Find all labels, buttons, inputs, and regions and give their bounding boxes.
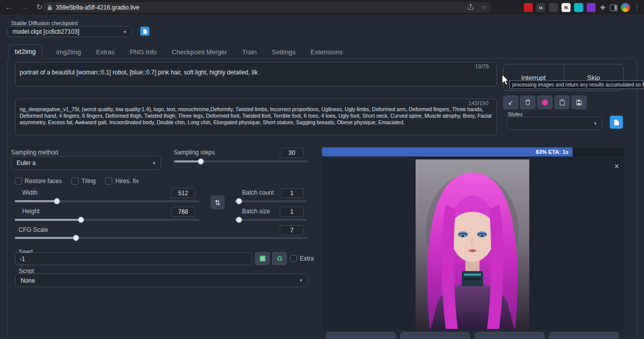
output-toolbar-button[interactable] — [549, 332, 619, 339]
save-icon — [576, 100, 582, 106]
batch-size-slider[interactable] — [235, 219, 307, 221]
browser-menu-icon[interactable]: ⋮ — [633, 2, 640, 13]
extra-seed-checkbox[interactable] — [290, 255, 297, 262]
styles-refresh-button[interactable] — [610, 116, 623, 129]
cfg-scale-value[interactable]: 7 — [280, 225, 304, 235]
tab-img2img[interactable]: img2img — [55, 45, 82, 59]
puzzle-extensions-icon[interactable] — [599, 4, 606, 11]
cfg-scale-label: CFG Scale — [19, 226, 48, 233]
extension-icon[interactable]: N — [561, 3, 571, 12]
paste-params-button[interactable]: ↙ — [503, 96, 518, 109]
hires-fix-checkbox[interactable] — [105, 178, 112, 185]
extension-icon[interactable] — [574, 3, 583, 12]
sampling-method-value: Euler a — [17, 159, 36, 166]
checkpoint-refresh-button[interactable] — [140, 27, 149, 36]
tab-extensions[interactable]: Extensions — [309, 45, 344, 59]
progress-bar: 83% ETA: 1s — [322, 147, 624, 156]
restore-faces-label: Restore faces — [25, 178, 62, 185]
clipboard-icon — [559, 99, 565, 106]
negative-token-counter: 143/150 — [468, 100, 489, 106]
tiling-label: Tiling — [82, 178, 96, 185]
trash-icon — [525, 99, 531, 106]
height-value[interactable]: 768 — [171, 207, 195, 217]
app-root: ← → ↻ 359e5b9a-a5ff-4216.gradio.live ☆ I… — [0, 0, 644, 339]
output-toolbar-button[interactable] — [400, 332, 470, 339]
tab-extras[interactable]: Extras — [95, 45, 116, 59]
browser-toolbar: ← → ↻ 359e5b9a-a5ff-4216.gradio.live ☆ I… — [0, 0, 644, 15]
mouse-cursor — [502, 74, 511, 88]
random-seed-button[interactable] — [255, 252, 270, 265]
tab-train[interactable]: Train — [241, 45, 258, 59]
recycle-icon: ♻ — [276, 255, 283, 263]
tab-checkpoint-merger[interactable]: Checkpoint Merger — [171, 45, 228, 59]
side-panel-icon[interactable] — [610, 5, 617, 11]
page-icon — [143, 29, 147, 34]
height-label: Height — [22, 208, 40, 215]
save-style-button[interactable] — [572, 96, 587, 109]
clear-prompt-button[interactable] — [520, 96, 535, 109]
extension-icon[interactable] — [587, 3, 596, 12]
output-toolbar-button[interactable] — [326, 332, 395, 339]
slider-handle[interactable] — [78, 217, 84, 223]
palette-icon — [542, 100, 548, 106]
sampling-steps-label: Sampling steps — [174, 149, 215, 156]
styles-dropdown[interactable]: ▾ — [507, 117, 602, 130]
width-value[interactable]: 512 — [171, 188, 195, 198]
arrow-down-left-icon: ↙ — [508, 99, 514, 106]
sampling-method-label: Sampling method — [11, 149, 58, 156]
batch-size-label: Batch size — [242, 208, 270, 215]
seed-input[interactable]: -1 — [15, 252, 252, 265]
checkpoint-value: model.ckpt [cc6cb27103] — [13, 28, 79, 35]
dice-icon — [259, 255, 266, 262]
slider-handle[interactable] — [236, 198, 242, 204]
reuse-seed-button[interactable]: ♻ — [272, 252, 287, 265]
batch-count-slider[interactable] — [235, 200, 307, 202]
generated-image[interactable] — [416, 159, 529, 329]
apply-style-button[interactable] — [554, 96, 570, 109]
extra-seed-label: Extra — [300, 255, 314, 262]
page-icon — [614, 119, 619, 126]
url-text: 359e5b9a-a5ff-4216.gradio.live — [56, 4, 139, 11]
output-toolbar-button[interactable] — [475, 332, 544, 339]
forward-icon[interactable]: → — [21, 2, 28, 13]
profile-avatar[interactable] — [621, 3, 630, 12]
chevron-down-icon: ▾ — [152, 160, 155, 166]
checkpoint-dropdown[interactable]: model.ckpt [cc6cb27103] ▾ — [7, 26, 132, 37]
bookmark-star-icon[interactable]: ☆ — [481, 2, 487, 13]
restore-faces-checkbox[interactable] — [15, 178, 22, 185]
close-preview-icon[interactable]: × — [614, 162, 619, 171]
height-slider[interactable] — [15, 219, 199, 221]
hires-fix-label: Hires. fix — [115, 178, 139, 185]
chevron-down-icon: ▾ — [123, 29, 126, 35]
batch-count-value[interactable]: 1 — [280, 188, 304, 198]
batch-size-value[interactable]: 1 — [280, 207, 304, 217]
script-dropdown[interactable]: None ▾ — [15, 274, 308, 287]
back-icon[interactable]: ← — [5, 2, 13, 13]
tiling-checkbox[interactable] — [71, 178, 78, 185]
prompt-input[interactable]: portrait of a beautiful [woman::0.1] rob… — [15, 62, 497, 87]
share-icon[interactable] — [467, 4, 474, 11]
sampling-steps-value[interactable]: 30 — [280, 148, 304, 158]
progress-text: 83% ETA: 1s — [536, 149, 569, 155]
extension-icon[interactable]: IA — [536, 3, 545, 12]
extension-icon[interactable] — [549, 3, 558, 12]
tab-settings[interactable]: Settings — [271, 45, 296, 59]
cfg-scale-slider[interactable] — [15, 237, 308, 239]
batch-count-label: Batch count — [242, 189, 274, 196]
swap-dimensions-button[interactable]: ⇅ — [211, 196, 224, 209]
sampling-method-dropdown[interactable]: Euler a ▾ — [11, 156, 161, 170]
reload-icon[interactable]: ↻ — [36, 2, 43, 13]
extra-networks-button[interactable] — [537, 96, 552, 109]
sampling-steps-slider[interactable] — [174, 160, 308, 162]
tab-png-info[interactable]: PNG Info — [129, 45, 157, 59]
width-slider[interactable] — [15, 200, 199, 202]
checkpoint-label: Stable Diffusion checkpoint — [11, 20, 78, 26]
tab-txt2img[interactable]: txt2img — [8, 44, 42, 59]
script-value: None — [21, 277, 35, 284]
swap-arrows-icon: ⇅ — [215, 199, 221, 207]
site-lock-icon — [47, 5, 52, 11]
slider-handle[interactable] — [236, 217, 242, 223]
extension-icon[interactable] — [524, 3, 533, 12]
address-bar[interactable]: 359e5b9a-a5ff-4216.gradio.live ☆ — [42, 2, 492, 13]
negative-prompt-input[interactable]: ng_deepnegative_v1_75t, (worst quality, … — [15, 99, 497, 135]
